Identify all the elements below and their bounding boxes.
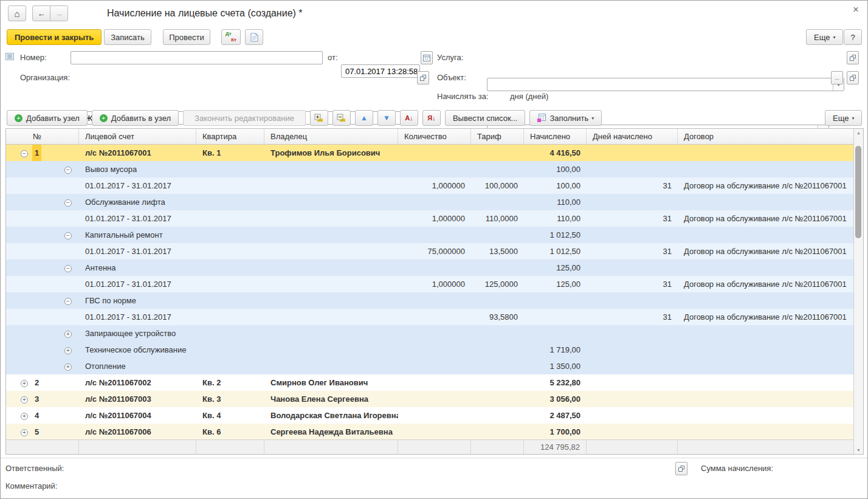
- table-row[interactable]: 01.01.2017 - 31.01.20171,000000110,00001…: [6, 210, 853, 227]
- column-header-accrued[interactable]: Начислено: [524, 129, 587, 144]
- finish-editing-button[interactable]: Закончить редактирование: [183, 110, 306, 126]
- post-and-close-button[interactable]: Провести и закрыть: [7, 29, 102, 45]
- table-row[interactable]: +2л/с №2011067002Кв. 2Смирнов Олег Ивано…: [6, 374, 853, 391]
- column-header-num[interactable]: №: [6, 129, 79, 144]
- expand-row-icon[interactable]: +: [21, 413, 28, 420]
- organization-open-button[interactable]: [417, 71, 429, 84]
- sort-descending-button[interactable]: Я↓: [422, 110, 441, 126]
- comment-label: Комментарий:: [5, 480, 58, 493]
- more-button-table[interactable]: Еще▾: [825, 110, 862, 126]
- column-header-account[interactable]: Лицевой счет: [79, 129, 196, 144]
- collapse-node-icon: [337, 114, 346, 122]
- chevron-down-icon: ▾: [591, 115, 594, 121]
- responsible-open-button[interactable]: [675, 462, 687, 475]
- service-cell: ГВС по норме: [79, 292, 196, 309]
- post-button[interactable]: Провести: [163, 29, 210, 45]
- scroll-down-icon[interactable]: ▼: [854, 448, 863, 452]
- dtkt-postings-button[interactable]: Дт Кт: [221, 29, 241, 45]
- row-number: 1: [32, 145, 41, 161]
- table-row[interactable]: −Капитальный ремонт1 012,50: [6, 227, 853, 243]
- date-input[interactable]: 07.01.2017 13:28:58: [341, 64, 420, 78]
- collapse-row-icon[interactable]: −: [64, 265, 72, 272]
- expand-row-icon[interactable]: +: [64, 363, 72, 371]
- add-into-node-button[interactable]: + Добавить в узел: [92, 110, 179, 126]
- collapse-row-icon[interactable]: −: [64, 167, 72, 174]
- account-cell: л/с №2011067002: [79, 374, 196, 391]
- table-row[interactable]: +5л/с №2011067006Кв. 6Сергеева Надежда В…: [6, 424, 853, 439]
- accrual-sum-label: Сумма начисления:: [701, 462, 773, 475]
- collapse-row-icon[interactable]: −: [21, 150, 28, 157]
- scroll-up-icon[interactable]: ▲: [854, 131, 863, 135]
- column-header-contract[interactable]: Договор: [678, 129, 853, 144]
- table-row[interactable]: 01.01.2017 - 31.01.20171,000000100,00001…: [6, 177, 853, 194]
- service-open-button[interactable]: [847, 51, 859, 64]
- number-input[interactable]: [71, 51, 323, 64]
- expand-row-icon[interactable]: +: [21, 396, 28, 404]
- collapse-row-icon[interactable]: −: [64, 199, 72, 207]
- column-header-quantity[interactable]: Количество: [398, 129, 471, 144]
- table-row[interactable]: +Техническое обслуживание1 719,00: [6, 342, 853, 358]
- expand-node-button[interactable]: [310, 110, 328, 126]
- collapse-row-icon[interactable]: −: [64, 232, 72, 239]
- table-row[interactable]: −1л/с №2011067001Кв. 1Трофимов Илья Бори…: [6, 145, 853, 161]
- expand-row-icon[interactable]: +: [64, 331, 72, 338]
- table-row[interactable]: −ГВС по норме: [6, 292, 853, 309]
- form-menu-icon[interactable]: [5, 53, 15, 61]
- print-list-button[interactable]: Вывести список...: [445, 110, 526, 126]
- sort-ascending-button[interactable]: А↓: [400, 110, 418, 126]
- fill-button[interactable]: Заполнить▾: [529, 110, 602, 126]
- calendar-button[interactable]: [421, 51, 433, 64]
- move-down-button[interactable]: ▼: [377, 110, 396, 126]
- report-button[interactable]: [245, 29, 263, 45]
- table-row[interactable]: −Вывоз мусора100,00: [6, 161, 853, 177]
- account-cell: л/с №2011067003: [79, 391, 196, 407]
- table-row[interactable]: −Антенна125,00: [6, 260, 853, 276]
- row-number: 5: [32, 424, 41, 439]
- close-icon[interactable]: ×: [853, 5, 859, 14]
- accrue-days-suffix: дня (дней): [510, 90, 548, 103]
- service-input[interactable]: ▾: [487, 78, 844, 91]
- help-button[interactable]: ?: [844, 29, 862, 45]
- row-number: 3: [32, 391, 41, 407]
- period-cell: 01.01.2017 - 31.01.2017: [79, 276, 196, 292]
- table-row[interactable]: +Запирающее устройство: [6, 325, 853, 342]
- dtkt-icon: Дт Кт: [226, 32, 236, 43]
- expand-row-icon[interactable]: +: [64, 347, 72, 354]
- object-dots-button[interactable]: ...: [831, 71, 843, 84]
- expand-row-icon[interactable]: +: [21, 380, 28, 387]
- move-up-button[interactable]: ▲: [355, 110, 373, 126]
- home-button[interactable]: ⌂: [8, 5, 26, 21]
- column-header-flat[interactable]: Квартира: [196, 129, 264, 144]
- column-header-tariff[interactable]: Тариф: [471, 129, 524, 144]
- table-row[interactable]: +Отопление1 350,00: [6, 358, 853, 374]
- table-row[interactable]: +3л/с №2011067003Кв. 3Чанова Елена Серге…: [6, 391, 853, 407]
- vertical-scrollbar[interactable]: ▲ ▼: [853, 129, 863, 454]
- expand-row-icon[interactable]: +: [21, 429, 28, 436]
- account-cell: л/с №2011067001: [79, 145, 196, 161]
- service-cell: Обслуживание лифта: [79, 194, 196, 210]
- add-node-button[interactable]: + Добавить узел: [7, 110, 88, 126]
- collapse-row-icon[interactable]: −: [64, 298, 72, 305]
- service-cell: Вывоз мусора: [79, 161, 196, 177]
- footer-total: 124 795,82: [524, 440, 587, 454]
- period-cell: 01.01.2017 - 31.01.2017: [79, 210, 196, 227]
- save-button[interactable]: Записать: [104, 29, 151, 45]
- open-icon: [420, 75, 426, 81]
- column-header-owner[interactable]: Владелец: [264, 129, 398, 144]
- back-button[interactable]: ←: [32, 5, 50, 21]
- add-icon: +: [100, 114, 108, 122]
- table-row[interactable]: 01.01.2017 - 31.01.20171,000000125,00001…: [6, 276, 853, 292]
- object-open-button[interactable]: [847, 71, 859, 84]
- column-header-days[interactable]: Дней начислено: [587, 129, 678, 144]
- more-button-top[interactable]: Еще▾: [806, 29, 843, 45]
- collapse-node-button[interactable]: [332, 110, 351, 126]
- service-cell: Техническое обслуживание: [79, 342, 196, 358]
- table-row[interactable]: 01.01.2017 - 31.01.201775,00000013,50001…: [6, 243, 853, 260]
- table-row[interactable]: −Обслуживание лифта110,00: [6, 194, 853, 210]
- table-row[interactable]: 01.01.2017 - 31.01.201793,580031Договор …: [6, 309, 853, 325]
- scrollbar-thumb[interactable]: [855, 146, 861, 238]
- table-row[interactable]: +4л/с №2011067004Кв. 4Володарская Светла…: [6, 407, 853, 424]
- service-cell: Запирающее устройство: [79, 325, 196, 342]
- forward-button[interactable]: →: [50, 5, 68, 21]
- service-label: Услуга:: [437, 51, 463, 64]
